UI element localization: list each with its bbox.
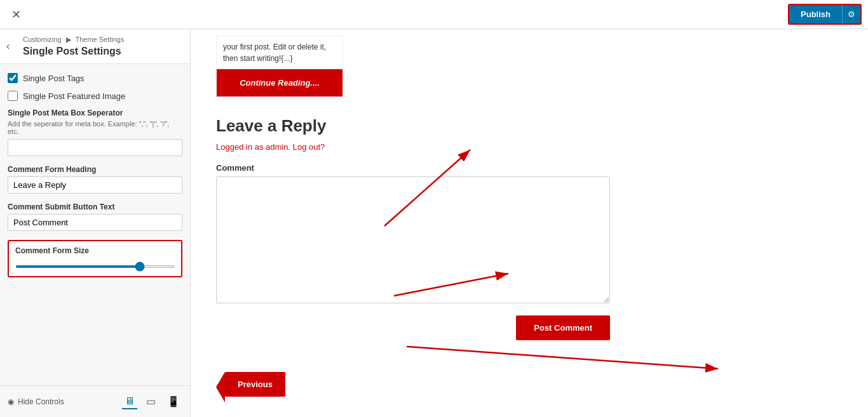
comment-submit-label: Comment Submit Button Text bbox=[8, 202, 182, 211]
meta-box-row: Single Post Meta Box Seperator Add the s… bbox=[8, 109, 182, 156]
leave-reply-heading: Leave a Reply bbox=[216, 116, 610, 136]
meta-box-desc: Add the seperator for meta box. Example:… bbox=[8, 120, 182, 135]
comment-textarea[interactable] bbox=[216, 176, 610, 303]
meta-box-label: Single Post Meta Box Seperator bbox=[8, 109, 182, 117]
comment-field-label: Comment bbox=[216, 163, 610, 173]
breadcrumb-customizing: Customizing bbox=[23, 36, 62, 43]
sidebar-content: Single Post Tags Single Post Featured Im… bbox=[0, 64, 190, 385]
logout-link[interactable]: Log out? bbox=[293, 142, 325, 152]
comment-submit-input[interactable] bbox=[8, 214, 182, 231]
meta-box-input[interactable] bbox=[8, 139, 182, 156]
desktop-icon-button[interactable]: 🖥 bbox=[122, 394, 137, 409]
hide-controls-button[interactable]: ◉ Hide Controls bbox=[8, 397, 64, 406]
logged-in-text: Logged in as admin. Log out? bbox=[216, 142, 610, 152]
post-card: your first post. Edit or delete it, then… bbox=[216, 36, 343, 97]
main-layout: ‹ Customizing ▶ Theme Settings Single Po… bbox=[0, 29, 868, 417]
sidebar: ‹ Customizing ▶ Theme Settings Single Po… bbox=[0, 29, 191, 417]
comment-form-heading-label: Comment Form Heading bbox=[8, 165, 182, 174]
leave-reply-section: Leave a Reply Logged in as admin. Log ou… bbox=[216, 116, 610, 340]
comment-form-size-section: Comment Form Size bbox=[8, 240, 182, 277]
close-button[interactable]: ✕ bbox=[6, 5, 26, 24]
bottom-bar: ◉ Hide Controls 🖥 ▭ 📱 bbox=[0, 385, 190, 417]
preview-area: your first post. Edit or delete it, then… bbox=[191, 29, 868, 417]
previous-button[interactable]: Previous bbox=[225, 372, 285, 397]
top-bar: ✕ Publish ⚙ bbox=[0, 0, 868, 29]
single-post-featured-checkbox[interactable] bbox=[8, 91, 18, 101]
single-post-tags-label: Single Post Tags bbox=[23, 74, 85, 83]
publish-button[interactable]: Publish bbox=[789, 5, 842, 23]
single-post-featured-label: Single Post Featured Image bbox=[23, 91, 125, 101]
sidebar-title: Single Post Settings bbox=[23, 46, 182, 57]
single-post-featured-row: Single Post Featured Image bbox=[8, 91, 182, 101]
breadcrumb-theme: Theme Settings bbox=[75, 36, 124, 43]
mobile-icon-button[interactable]: 📱 bbox=[165, 394, 182, 409]
publish-wrapper: Publish ⚙ bbox=[788, 4, 862, 25]
gear-button[interactable]: ⚙ bbox=[842, 5, 860, 23]
breadcrumb: Customizing ▶ Theme Settings bbox=[23, 36, 182, 44]
hide-controls-label: Hide Controls bbox=[18, 397, 64, 406]
post-card-text: your first post. Edit or delete it, then… bbox=[217, 36, 342, 69]
single-post-tags-row: Single Post Tags bbox=[8, 73, 182, 83]
comment-form-heading-input[interactable] bbox=[8, 176, 182, 194]
post-comment-button[interactable]: Post Comment bbox=[516, 315, 610, 340]
comment-submit-row: Comment Submit Button Text bbox=[8, 202, 182, 231]
comment-form-size-label: Comment Form Size bbox=[15, 246, 175, 255]
sidebar-header: ‹ Customizing ▶ Theme Settings Single Po… bbox=[0, 29, 190, 64]
comment-form-size-slider[interactable] bbox=[15, 265, 175, 268]
device-icons: 🖥 ▭ 📱 bbox=[122, 394, 182, 409]
hide-controls-icon: ◉ bbox=[8, 397, 14, 406]
previous-btn-container: Previous bbox=[216, 353, 843, 397]
breadcrumb-sep: ▶ bbox=[66, 36, 71, 43]
single-post-tags-checkbox[interactable] bbox=[8, 73, 18, 83]
comment-form-heading-row: Comment Form Heading bbox=[8, 165, 182, 194]
back-button[interactable]: ‹ bbox=[6, 41, 10, 52]
tablet-icon-button[interactable]: ▭ bbox=[144, 394, 158, 409]
continue-reading-button[interactable]: Continue Reading.... bbox=[217, 69, 342, 96]
